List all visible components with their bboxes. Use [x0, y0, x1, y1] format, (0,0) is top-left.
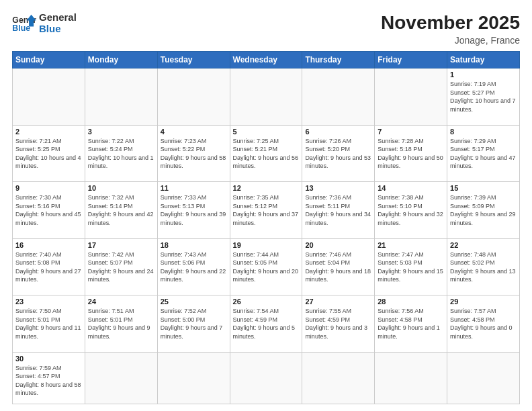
- day-info: Sunrise: 7:26 AM Sunset: 5:20 PM Dayligh…: [305, 137, 371, 171]
- day-info: Sunrise: 7:28 AM Sunset: 5:18 PM Dayligh…: [378, 137, 444, 171]
- svg-text:Blue: Blue: [12, 24, 30, 33]
- calendar-cell: [375, 68, 447, 126]
- day-info: Sunrise: 7:54 AM Sunset: 4:59 PM Dayligh…: [233, 307, 300, 340]
- day-number: 8: [450, 128, 517, 136]
- calendar-cell: 30Sunrise: 7:59 AM Sunset: 4:57 PM Dayli…: [13, 352, 85, 404]
- day-number: 28: [378, 298, 444, 306]
- day-info: Sunrise: 7:39 AM Sunset: 5:09 PM Dayligh…: [450, 193, 517, 227]
- day-info: Sunrise: 7:29 AM Sunset: 5:17 PM Dayligh…: [450, 137, 517, 171]
- calendar-table: Sunday Monday Tuesday Wednesday Thursday…: [12, 51, 520, 404]
- calendar-cell: 28Sunrise: 7:56 AM Sunset: 4:58 PM Dayli…: [375, 295, 447, 353]
- calendar-cell: 25Sunrise: 7:52 AM Sunset: 5:00 PM Dayli…: [157, 295, 230, 353]
- calendar-cell: 27Sunrise: 7:55 AM Sunset: 4:59 PM Dayli…: [302, 295, 375, 353]
- day-info: Sunrise: 7:25 AM Sunset: 5:21 PM Dayligh…: [233, 137, 300, 171]
- day-number: 1: [450, 71, 517, 79]
- day-number: 5: [233, 128, 300, 136]
- day-number: 2: [15, 128, 82, 136]
- logo-blue: Blue: [39, 24, 77, 35]
- day-number: 9: [15, 184, 82, 192]
- col-saturday: Saturday: [447, 52, 520, 68]
- day-info: Sunrise: 7:52 AM Sunset: 5:00 PM Dayligh…: [161, 307, 227, 340]
- day-number: 25: [161, 298, 227, 306]
- calendar-cell: 18Sunrise: 7:43 AM Sunset: 5:06 PM Dayli…: [157, 238, 230, 295]
- day-info: Sunrise: 7:21 AM Sunset: 5:25 PM Dayligh…: [15, 137, 82, 171]
- calendar-cell: 24Sunrise: 7:51 AM Sunset: 5:01 PM Dayli…: [85, 295, 157, 353]
- day-info: Sunrise: 7:40 AM Sunset: 5:08 PM Dayligh…: [15, 250, 82, 284]
- calendar-cell: 3Sunrise: 7:22 AM Sunset: 5:24 PM Daylig…: [85, 125, 157, 182]
- col-monday: Monday: [85, 52, 157, 68]
- calendar-cell: [85, 68, 157, 126]
- col-wednesday: Wednesday: [230, 52, 302, 68]
- calendar-cell: [447, 352, 520, 404]
- day-info: Sunrise: 7:57 AM Sunset: 4:58 PM Dayligh…: [450, 307, 517, 340]
- month-year: November 2025: [381, 12, 520, 34]
- calendar-cell: [157, 68, 230, 126]
- day-number: 19: [233, 241, 300, 249]
- calendar-cell: 2Sunrise: 7:21 AM Sunset: 5:25 PM Daylig…: [13, 125, 85, 182]
- day-number: 22: [450, 241, 517, 249]
- calendar-cell: 16Sunrise: 7:40 AM Sunset: 5:08 PM Dayli…: [13, 238, 85, 295]
- day-number: 26: [233, 298, 300, 306]
- calendar-cell: [302, 352, 375, 404]
- calendar-cell: 20Sunrise: 7:46 AM Sunset: 5:04 PM Dayli…: [302, 238, 375, 295]
- header: General Blue General Blue November 2025 …: [12, 12, 520, 46]
- day-number: 23: [15, 298, 82, 306]
- logo: General Blue General Blue: [12, 12, 77, 34]
- day-number: 21: [378, 241, 444, 249]
- calendar-cell: [230, 352, 302, 404]
- day-info: Sunrise: 7:42 AM Sunset: 5:07 PM Dayligh…: [88, 250, 154, 284]
- day-info: Sunrise: 7:38 AM Sunset: 5:10 PM Dayligh…: [378, 193, 444, 227]
- location: Jonage, France: [381, 35, 520, 46]
- day-info: Sunrise: 7:22 AM Sunset: 5:24 PM Dayligh…: [88, 137, 154, 171]
- logo-general: General: [39, 11, 77, 23]
- day-number: 30: [15, 355, 82, 363]
- col-thursday: Thursday: [302, 52, 375, 68]
- calendar-cell: [85, 352, 157, 404]
- calendar-cell: 7Sunrise: 7:28 AM Sunset: 5:18 PM Daylig…: [375, 125, 447, 182]
- day-info: Sunrise: 7:50 AM Sunset: 5:01 PM Dayligh…: [15, 307, 82, 340]
- day-number: 20: [305, 241, 371, 249]
- calendar-cell: 17Sunrise: 7:42 AM Sunset: 5:07 PM Dayli…: [85, 238, 157, 295]
- calendar-cell: 12Sunrise: 7:35 AM Sunset: 5:12 PM Dayli…: [230, 182, 302, 239]
- calendar-cell: 21Sunrise: 7:47 AM Sunset: 5:03 PM Dayli…: [375, 238, 447, 295]
- col-sunday: Sunday: [13, 52, 85, 68]
- calendar-cell: [302, 68, 375, 126]
- calendar-cell: 9Sunrise: 7:30 AM Sunset: 5:16 PM Daylig…: [13, 182, 85, 239]
- calendar-page: General Blue General Blue November 2025 …: [0, 0, 532, 411]
- day-info: Sunrise: 7:23 AM Sunset: 5:22 PM Dayligh…: [161, 137, 227, 171]
- day-info: Sunrise: 7:30 AM Sunset: 5:16 PM Dayligh…: [15, 193, 82, 227]
- calendar-cell: 23Sunrise: 7:50 AM Sunset: 5:01 PM Dayli…: [13, 295, 85, 353]
- day-info: Sunrise: 7:19 AM Sunset: 5:27 PM Dayligh…: [450, 80, 517, 113]
- day-number: 7: [378, 128, 444, 136]
- day-number: 6: [305, 128, 371, 136]
- day-info: Sunrise: 7:56 AM Sunset: 4:58 PM Dayligh…: [378, 307, 444, 340]
- day-info: Sunrise: 7:36 AM Sunset: 5:11 PM Dayligh…: [305, 193, 371, 227]
- col-friday: Friday: [375, 52, 447, 68]
- day-info: Sunrise: 7:59 AM Sunset: 4:57 PM Dayligh…: [15, 364, 82, 398]
- day-number: 10: [88, 184, 154, 192]
- calendar-cell: 19Sunrise: 7:44 AM Sunset: 5:05 PM Dayli…: [230, 238, 302, 295]
- day-info: Sunrise: 7:46 AM Sunset: 5:04 PM Dayligh…: [305, 250, 371, 284]
- calendar-cell: 15Sunrise: 7:39 AM Sunset: 5:09 PM Dayli…: [447, 182, 520, 239]
- calendar-cell: [230, 68, 302, 126]
- day-header-row: Sunday Monday Tuesday Wednesday Thursday…: [13, 52, 520, 68]
- calendar-cell: 22Sunrise: 7:48 AM Sunset: 5:02 PM Dayli…: [447, 238, 520, 295]
- calendar-cell: 8Sunrise: 7:29 AM Sunset: 5:17 PM Daylig…: [447, 125, 520, 182]
- day-number: 18: [161, 241, 227, 249]
- day-info: Sunrise: 7:51 AM Sunset: 5:01 PM Dayligh…: [88, 307, 154, 340]
- day-info: Sunrise: 7:43 AM Sunset: 5:06 PM Dayligh…: [161, 250, 227, 284]
- calendar-cell: 11Sunrise: 7:33 AM Sunset: 5:13 PM Dayli…: [157, 182, 230, 239]
- day-number: 17: [88, 241, 154, 249]
- calendar-cell: [157, 352, 230, 404]
- calendar-cell: 14Sunrise: 7:38 AM Sunset: 5:10 PM Dayli…: [375, 182, 447, 239]
- calendar-cell: 26Sunrise: 7:54 AM Sunset: 4:59 PM Dayli…: [230, 295, 302, 353]
- day-number: 11: [161, 184, 227, 192]
- calendar-cell: [375, 352, 447, 404]
- calendar-cell: 4Sunrise: 7:23 AM Sunset: 5:22 PM Daylig…: [157, 125, 230, 182]
- calendar-cell: 5Sunrise: 7:25 AM Sunset: 5:21 PM Daylig…: [230, 125, 302, 182]
- day-number: 14: [378, 184, 444, 192]
- calendar-cell: 6Sunrise: 7:26 AM Sunset: 5:20 PM Daylig…: [302, 125, 375, 182]
- calendar-cell: 1Sunrise: 7:19 AM Sunset: 5:27 PM Daylig…: [447, 68, 520, 126]
- day-number: 27: [305, 298, 371, 306]
- day-number: 13: [305, 184, 371, 192]
